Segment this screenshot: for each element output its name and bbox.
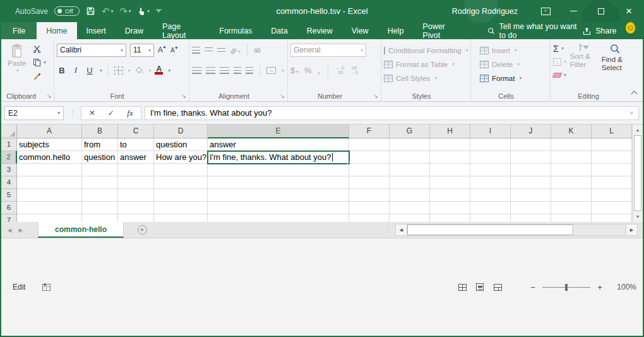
cell-J5[interactable] xyxy=(511,189,551,202)
tab-draw[interactable]: Draw xyxy=(116,22,153,39)
decrease-indent-icon[interactable]: ← xyxy=(234,67,241,74)
align-bottom-icon[interactable] xyxy=(217,48,225,52)
redo-dropdown-icon[interactable]: ▾ xyxy=(129,9,131,14)
font-dialog-launcher[interactable]: ↘ xyxy=(181,94,186,99)
maximize-button[interactable] xyxy=(587,0,615,22)
undo-dropdown-icon[interactable]: ▾ xyxy=(111,9,114,14)
wrap-text-icon[interactable]: ab xyxy=(254,47,261,54)
cell-J3[interactable] xyxy=(511,164,551,176)
tab-formulas[interactable]: Formulas xyxy=(210,22,261,39)
cell-G4[interactable] xyxy=(390,176,430,189)
expand-formula-bar-icon[interactable]: ˅ xyxy=(630,110,633,116)
cell-F7[interactable] xyxy=(349,214,390,222)
scroll-left-icon[interactable]: ◀ xyxy=(395,224,407,236)
column-header-D[interactable]: D xyxy=(154,125,208,138)
autosum-button[interactable]: Σ▾ xyxy=(553,43,566,54)
cell-I5[interactable] xyxy=(470,189,511,202)
comma-button[interactable]: , xyxy=(318,64,320,76)
cell-A1[interactable]: subjects xyxy=(17,138,82,151)
cell-B3[interactable] xyxy=(82,164,118,176)
tab-power-pivot[interactable]: Power Pivot xyxy=(413,22,468,39)
user-name[interactable]: Rodrigo Rodriguez xyxy=(452,7,518,16)
cell-E2[interactable]: I'm fine, thanks. What about you? xyxy=(208,151,349,164)
cell-C1[interactable]: to xyxy=(118,138,154,151)
borders-icon[interactable] xyxy=(114,66,123,75)
align-center-icon[interactable] xyxy=(206,67,215,74)
page-layout-view-button[interactable] xyxy=(471,281,489,293)
formula-input[interactable]: I'm fine, thanks. What about you? ˅ xyxy=(145,106,639,120)
name-box[interactable]: E2 ▾ xyxy=(4,106,64,120)
align-left-icon[interactable] xyxy=(192,67,201,74)
column-header-G[interactable]: G xyxy=(390,125,430,138)
tab-home[interactable]: Home xyxy=(37,22,76,39)
fill-handle[interactable] xyxy=(347,162,350,165)
feedback-smiley-icon[interactable]: ☺ xyxy=(626,22,635,34)
horizontal-scrollbar[interactable]: ◀ ▶ xyxy=(395,224,638,236)
tab-view[interactable]: View xyxy=(342,22,378,39)
currency-button[interactable]: $▾ xyxy=(290,66,299,75)
row-header-5[interactable]: 5 xyxy=(1,189,17,202)
autosave-toggle[interactable]: Off xyxy=(54,6,80,16)
cell-E1[interactable]: answer xyxy=(208,138,349,151)
insert-cells-button[interactable]: Insert ▾ xyxy=(480,44,547,57)
underline-button[interactable]: U xyxy=(85,66,95,75)
cell-E7[interactable] xyxy=(208,214,349,222)
cell-C2[interactable]: answer xyxy=(118,151,154,164)
cell-I6[interactable] xyxy=(470,202,511,214)
row-header-7[interactable]: 7 xyxy=(1,214,17,222)
cell-G3[interactable] xyxy=(390,164,430,176)
cell-J7[interactable] xyxy=(511,214,551,222)
tab-data[interactable]: Data xyxy=(261,22,297,39)
cell-L6[interactable] xyxy=(592,202,632,214)
ribbon-display-options-button[interactable]: ^ xyxy=(532,0,559,22)
horizontal-scroll-thumb[interactable] xyxy=(407,224,573,235)
cell-D1[interactable]: question xyxy=(154,138,208,151)
cell-I2[interactable] xyxy=(470,151,511,164)
cell-D3[interactable] xyxy=(154,164,208,176)
fill-color-dropdown-icon[interactable]: ▾ xyxy=(149,68,152,73)
cell-D6[interactable] xyxy=(154,202,208,214)
cell-styles-button[interactable]: Cell Styles ▾ xyxy=(384,71,468,85)
insert-function-button[interactable]: fx xyxy=(121,108,140,118)
cell-C3[interactable] xyxy=(118,164,154,176)
align-middle-icon[interactable] xyxy=(205,47,213,52)
clear-button[interactable]: ▾ xyxy=(553,70,566,80)
cancel-button[interactable]: ✕ xyxy=(83,108,102,118)
collapse-ribbon-icon[interactable] xyxy=(631,91,638,97)
macro-record-icon[interactable] xyxy=(42,284,51,291)
cell-J1[interactable] xyxy=(511,138,551,151)
cell-L2[interactable] xyxy=(592,151,632,164)
cell-H1[interactable] xyxy=(430,138,470,151)
cell-K1[interactable] xyxy=(551,138,592,151)
touch-mode-dropdown-icon[interactable]: ▾ xyxy=(147,9,150,14)
percent-button[interactable]: % xyxy=(304,66,312,75)
row-header-3[interactable]: 3 xyxy=(1,164,17,176)
cell-A5[interactable] xyxy=(17,189,82,202)
orientation-button[interactable]: ab▾ xyxy=(230,44,241,56)
cell-H6[interactable] xyxy=(430,202,470,214)
minimize-button[interactable] xyxy=(559,0,587,22)
column-header-L[interactable]: L xyxy=(592,125,632,138)
column-header-J[interactable]: J xyxy=(511,125,551,138)
copy-dropdown-icon[interactable]: ▾ xyxy=(44,59,46,65)
grow-font-button[interactable]: A▲ xyxy=(158,46,167,54)
alignment-dialog-launcher[interactable]: ↘ xyxy=(280,94,285,99)
cell-L5[interactable] xyxy=(592,189,632,202)
scroll-right-icon[interactable]: ▶ xyxy=(626,224,638,236)
cell-A3[interactable] xyxy=(17,164,82,176)
cell-K6[interactable] xyxy=(551,202,592,214)
cell-B4[interactable] xyxy=(82,176,118,189)
tab-page-layout[interactable]: Page Layout xyxy=(153,22,210,39)
row-header-4[interactable]: 4 xyxy=(1,176,17,189)
column-header-C[interactable]: C xyxy=(118,125,154,138)
cell-H5[interactable] xyxy=(430,189,470,202)
cell-K3[interactable] xyxy=(551,164,592,176)
cell-I7[interactable] xyxy=(470,214,511,222)
column-header-F[interactable]: F xyxy=(349,125,390,138)
cell-J4[interactable] xyxy=(511,176,551,189)
font-size-select[interactable]: 11▾ xyxy=(130,44,154,57)
conditional-formatting-button[interactable]: Conditional Formatting ▾ xyxy=(384,44,468,57)
scroll-down-icon[interactable]: ▼ xyxy=(633,211,643,222)
cell-J6[interactable] xyxy=(511,202,551,214)
cell-C6[interactable] xyxy=(118,202,154,214)
